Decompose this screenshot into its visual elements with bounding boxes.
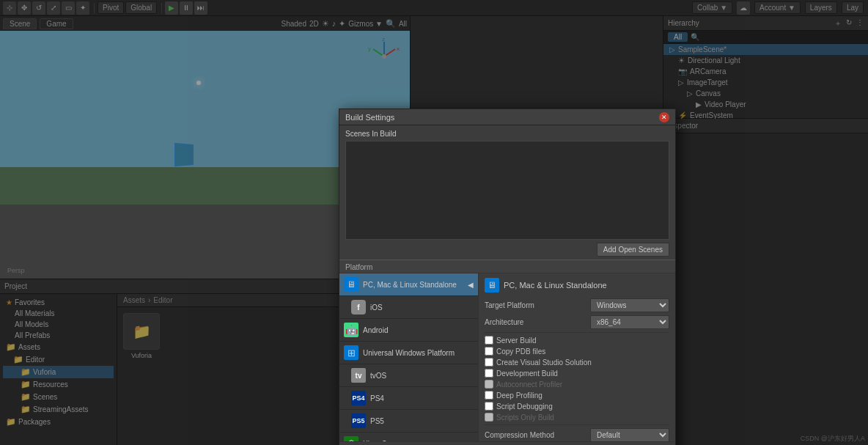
platform-name-ios: iOS (370, 304, 383, 312)
dialog-content: Scenes In Build Add Open Scenes Platform… (339, 125, 675, 445)
compression-control: Default (590, 428, 669, 441)
platform-item-android[interactable]: 🤖 Android (339, 319, 478, 342)
scripts-only-row: Scripts Only Build (485, 413, 669, 422)
platform-name-android: Android (363, 326, 388, 334)
target-platform-select[interactable]: Windows (590, 298, 669, 312)
copy-pdb-checkbox[interactable] (485, 347, 493, 356)
dialog-title: Build Settings (345, 113, 394, 122)
dev-build-label: Development Build (496, 369, 558, 378)
target-platform-control: Windows (590, 298, 669, 312)
scripts-only-checkbox[interactable] (485, 413, 493, 422)
copy-pdb-label: Copy PDB files (496, 347, 545, 356)
autoconnect-checkbox[interactable] (485, 380, 493, 389)
dialog-close-button[interactable]: ✕ (659, 112, 669, 122)
target-platform-row: Target Platform Windows (485, 298, 669, 312)
scenes-in-build-label: Scenes In Build (339, 125, 675, 141)
settings-header-text: PC, Mac & Linux Standalone (504, 281, 607, 290)
dev-build-checkbox[interactable] (485, 369, 493, 378)
compression-row: Compression Method Default (485, 428, 669, 441)
autoconnect-label: Autoconnect Profiler (496, 380, 562, 389)
platform-item-xbox[interactable]: ⬡ Xbox One (339, 433, 478, 441)
scenes-area (345, 141, 669, 240)
platform-item-pc[interactable]: 🖥 PC, Mac & Linux Standalone ◀ (339, 273, 478, 296)
platform-item-ios[interactable]: f iOS (339, 296, 478, 319)
platform-label: Platform (339, 260, 675, 273)
platform-icon-tvos: tv (351, 368, 366, 383)
platform-section: 🖥 PC, Mac & Linux Standalone ◀ f iOS 🤖 A… (339, 273, 675, 441)
deep-profiling-checkbox[interactable] (485, 391, 493, 400)
dialog-titlebar: Build Settings ✕ (339, 109, 675, 125)
autoconnect-row: Autoconnect Profiler (485, 380, 669, 389)
platform-name-ps5: PS5 (370, 417, 384, 425)
copy-pdb-row: Copy PDB files (485, 347, 669, 356)
platform-icon-android: 🤖 (344, 323, 358, 337)
platform-name-ps4: PS4 (370, 394, 384, 402)
platform-name-tvos: tvOS (370, 372, 386, 380)
platform-icon-uwp: ⊞ (344, 345, 358, 360)
architecture-label: Architecture (485, 318, 587, 326)
platform-icon-xbox: ⬡ (344, 436, 358, 441)
platform-icon-ps4: PS4 (351, 391, 366, 405)
current-platform-indicator: ◀ (468, 281, 474, 289)
target-platform-label: Target Platform (485, 301, 587, 309)
add-open-scenes-container: Add Open Scenes (339, 240, 675, 260)
platform-item-ps4[interactable]: PS4 PS4 (339, 387, 478, 410)
platform-icon-ps5: PS5 (351, 413, 366, 428)
script-debug-checkbox[interactable] (485, 402, 493, 411)
architecture-control: x86_64 (590, 315, 669, 329)
compression-select[interactable]: Default (590, 428, 669, 441)
platform-item-uwp[interactable]: ⊞ Universal Windows Platform (339, 342, 478, 364)
platform-name-uwp: Universal Windows Platform (363, 349, 455, 357)
server-build-row: Server Build (485, 336, 669, 345)
build-settings-dialog: Build Settings ✕ Scenes In Build Add Ope… (339, 109, 676, 445)
deep-profiling-label: Deep Profiling (496, 391, 542, 400)
server-build-checkbox[interactable] (485, 336, 493, 345)
scripts-only-label: Scripts Only Build (496, 413, 554, 422)
platform-item-ps5[interactable]: PS5 PS5 (339, 410, 478, 433)
platform-name-pc: PC, Mac & Linux Standalone (363, 281, 457, 289)
platform-icon-pc: 🖥 (344, 277, 358, 292)
platform-item-tvos[interactable]: tv tvOS (339, 364, 478, 387)
settings-divider2 (485, 424, 669, 425)
settings-platform-icon: 🖥 (485, 278, 499, 293)
platform-icon-ios: f (351, 300, 366, 315)
compression-label: Compression Method (485, 431, 587, 439)
create-vs-checkbox[interactable] (485, 358, 493, 367)
platform-settings: 🖥 PC, Mac & Linux Standalone Target Plat… (479, 273, 675, 441)
dev-build-row: Development Build (485, 369, 669, 378)
add-open-scenes-button[interactable]: Add Open Scenes (597, 243, 669, 257)
architecture-select[interactable]: x86_64 (590, 315, 669, 329)
deep-profiling-row: Deep Profiling (485, 391, 669, 400)
platform-list: 🖥 PC, Mac & Linux Standalone ◀ f iOS 🤖 A… (339, 273, 479, 441)
server-build-label: Server Build (496, 336, 536, 345)
settings-divider (485, 332, 669, 333)
architecture-row: Architecture x86_64 (485, 315, 669, 329)
create-vs-label: Create Visual Studio Solution (496, 358, 592, 367)
dialog-footer: Learn about Unity Cloud Build Player Set… (339, 441, 675, 445)
script-debug-label: Script Debugging (496, 402, 553, 411)
create-vs-row: Create Visual Studio Solution (485, 358, 669, 367)
platform-settings-header: 🖥 PC, Mac & Linux Standalone (485, 278, 669, 293)
script-debug-row: Script Debugging (485, 402, 669, 411)
